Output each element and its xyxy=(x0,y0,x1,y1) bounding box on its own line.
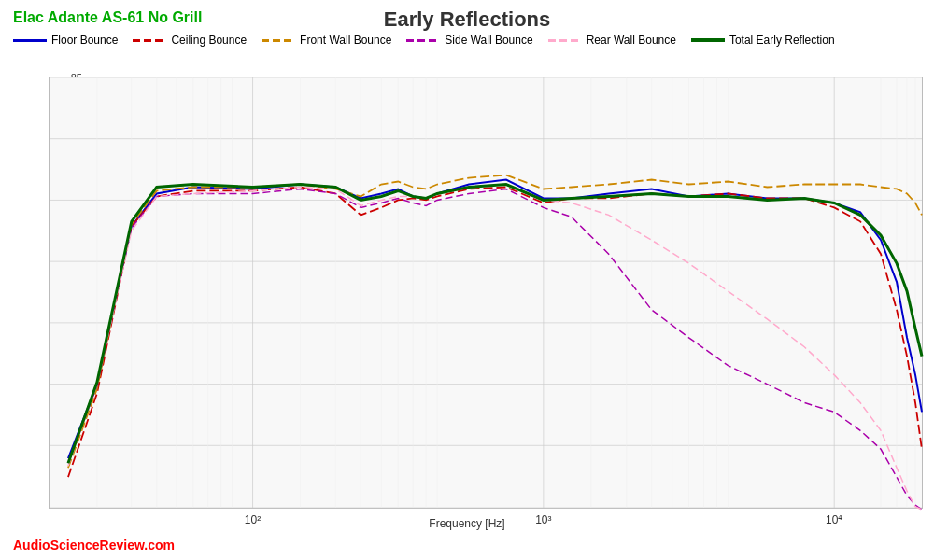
front-wall-bounce-icon xyxy=(262,39,295,42)
legend: Floor Bounce Ceiling Bounce Front Wall B… xyxy=(13,34,925,47)
total-early-reflection-line xyxy=(68,185,922,464)
front-wall-bounce-line xyxy=(68,175,922,469)
legend-side-wall-bounce-label: Side Wall Bounce xyxy=(445,34,532,47)
ceiling-bounce-line xyxy=(68,187,922,477)
legend-floor-bounce: Floor Bounce xyxy=(13,34,118,47)
x-tick-100: 10² xyxy=(245,513,261,526)
legend-ceiling-bounce-label: Ceiling Bounce xyxy=(171,34,247,47)
total-early-icon xyxy=(691,38,725,42)
legend-total-early-label: Total Early Reflection xyxy=(729,34,835,47)
chart-container: Elac Adante AS-61 No Grill Early Reflect… xyxy=(0,0,934,560)
floor-bounce-line xyxy=(68,180,922,459)
chart-title: Early Reflections xyxy=(384,7,551,32)
x-tick-10000: 10⁴ xyxy=(826,513,842,526)
watermark: AudioScienceReview.com xyxy=(13,538,175,553)
legend-ceiling-bounce: Ceiling Bounce xyxy=(133,34,247,47)
legend-total-early: Total Early Reflection xyxy=(691,34,835,47)
floor-bounce-icon xyxy=(13,39,47,42)
legend-front-wall-bounce: Front Wall Bounce xyxy=(262,34,391,47)
side-wall-bounce-line xyxy=(68,189,922,510)
speaker-title: Elac Adante AS-61 No Grill xyxy=(13,9,202,26)
x-axis-label: Frequency [Hz] xyxy=(429,517,504,530)
ceiling-bounce-icon xyxy=(133,39,166,42)
legend-rear-wall-bounce-label: Rear Wall Bounce xyxy=(587,34,676,47)
rear-wall-bounce-line xyxy=(68,185,922,510)
side-wall-bounce-icon xyxy=(406,39,440,42)
legend-floor-bounce-label: Floor Bounce xyxy=(51,34,118,47)
legend-rear-wall-bounce: Rear Wall Bounce xyxy=(548,34,676,47)
rear-wall-bounce-icon xyxy=(548,39,582,42)
legend-side-wall-bounce: Side Wall Bounce xyxy=(406,34,532,47)
chart-area: 10² 10³ 10⁴ xyxy=(49,77,923,509)
chart-svg: 10² 10³ 10⁴ xyxy=(50,77,922,508)
x-tick-1000: 10³ xyxy=(535,513,551,526)
legend-front-wall-bounce-label: Front Wall Bounce xyxy=(300,34,391,47)
